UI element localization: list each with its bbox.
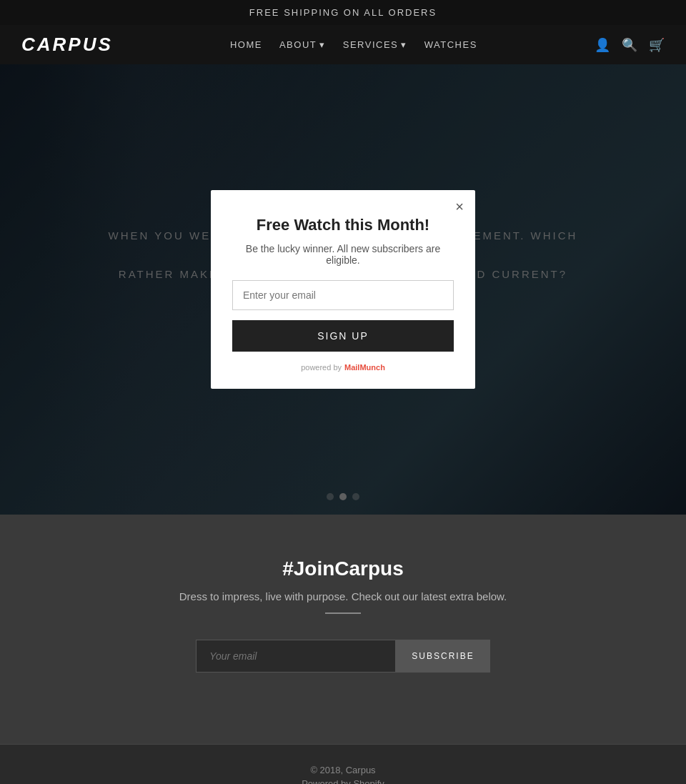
cart-icon[interactable]: 🛒 xyxy=(649,37,665,53)
nav-services[interactable]: SERVICES ▾ xyxy=(343,39,407,50)
join-subtitle: Dress to impress, live with purpose. Che… xyxy=(29,590,657,602)
join-title: #JoinCarpus xyxy=(29,557,657,580)
modal-subtitle: Be the lucky winner. All new subscribers… xyxy=(232,243,454,266)
hero-section: WHEN YOU WEAR A WATCH, YOU'RE MAKING A S… xyxy=(0,64,686,515)
search-icon[interactable]: 🔍 xyxy=(622,37,637,53)
banner-text: FREE SHIPPING ON ALL ORDERS xyxy=(249,7,437,18)
modal-powered-by: powered by MailMunch xyxy=(232,363,454,372)
logo[interactable]: CARPUS xyxy=(21,34,113,56)
subscribe-button[interactable]: SUBSCRIBE xyxy=(396,640,489,673)
footer-powered: Powered by Shopify xyxy=(29,778,657,784)
join-divider xyxy=(325,612,361,614)
nav-about-dropdown[interactable]: ABOUT ▾ xyxy=(279,39,326,50)
account-icon[interactable]: 👤 xyxy=(595,37,610,53)
modal-overlay: × Free Watch this Month! Be the lucky wi… xyxy=(0,64,686,515)
nav-icons: 👤 🔍 🛒 xyxy=(595,37,665,53)
modal: × Free Watch this Month! Be the lucky wi… xyxy=(211,190,475,389)
email-row: SUBSCRIBE xyxy=(29,640,657,673)
modal-email-input[interactable] xyxy=(232,280,454,310)
newsletter-email-input[interactable] xyxy=(196,640,396,673)
modal-close-button[interactable]: × xyxy=(455,199,464,215)
chevron-down-icon: ▾ xyxy=(319,39,326,50)
main-nav: HOME ABOUT ▾ SERVICES ▾ WATCHES xyxy=(230,39,477,50)
modal-title: Free Watch this Month! xyxy=(232,216,454,234)
nav-watches[interactable]: WATCHES xyxy=(424,39,477,50)
footer: © 2018, Carpus Powered by Shopify AMEX A… xyxy=(0,744,686,784)
footer-copyright: © 2018, Carpus xyxy=(29,765,657,775)
top-banner: FREE SHIPPING ON ALL ORDERS xyxy=(0,0,686,25)
nav-services-dropdown[interactable]: SERVICES ▾ xyxy=(343,39,407,50)
join-section: #JoinCarpus Dress to impress, live with … xyxy=(0,515,686,744)
nav-home[interactable]: HOME xyxy=(230,39,262,50)
chevron-down-icon: ▾ xyxy=(401,39,407,50)
nav-about[interactable]: ABOUT ▾ xyxy=(279,39,326,50)
mailmunch-brand: MailMunch xyxy=(344,363,385,372)
modal-signup-button[interactable]: SIGN UP xyxy=(232,320,454,352)
header: CARPUS HOME ABOUT ▾ SERVICES ▾ WATCHES 👤… xyxy=(0,25,686,64)
